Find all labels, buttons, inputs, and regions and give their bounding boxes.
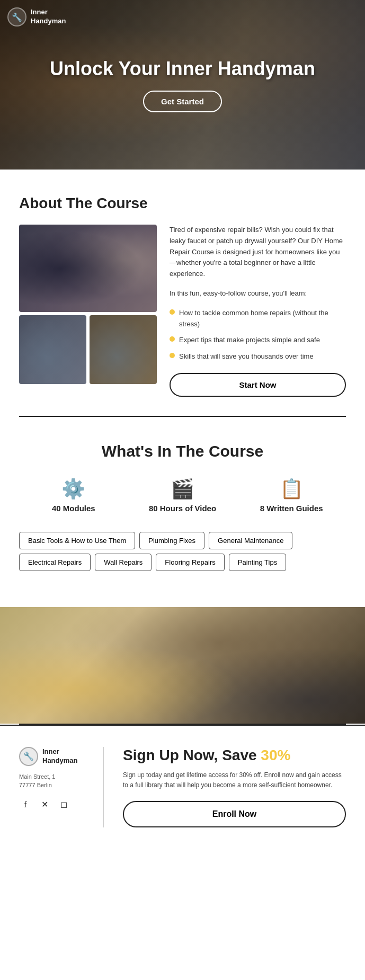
stat-item-modules: ⚙️ 40 Modules [19,479,128,513]
about-image-bottom-left [19,315,86,384]
stat-item-video: 🎬 80 Hours of Video [128,479,237,513]
about-images-bottom [19,315,157,384]
get-started-button[interactable]: Get Started [143,91,222,112]
bullet-item-3: Skills that will save you thousands over… [170,351,346,362]
nav-logo-icon: 🔧 [7,7,26,26]
course-section: What's In The Course ⚙️ 40 Modules 🎬 80 … [0,417,365,607]
about-paragraph-2: In this fun, easy-to-follow course, you'… [170,288,346,299]
about-section: About The Course Tired of expensive repa… [0,170,365,416]
tag-electrical[interactable]: Electrical Repairs [19,554,91,571]
bullet-dot-3 [170,353,175,358]
about-paragraph-1: Tired of expensive repair bills? Wish yo… [170,225,346,280]
bullet-item-2: Expert tips that make projects simple an… [170,335,346,346]
about-inner: Tired of expensive repair bills? Wish yo… [19,225,346,397]
video-icon: 🎬 [171,479,194,498]
hero-heading: Unlock Your Inner Handyman [50,58,315,80]
footer-section: 🔧 Inner Handyman Main Street, 1 77777 Be… [0,725,365,849]
about-bullets: How to tackle common home repairs (witho… [170,308,346,362]
about-image-bottom-right [90,315,157,384]
tag-plumbing[interactable]: Plumbing Fixes [139,532,204,549]
bullet-item-1: How to tackle common home repairs (witho… [170,308,346,330]
footer-brand: Inner Handyman [42,747,77,765]
bottom-image [0,607,365,724]
modules-icon: ⚙️ [61,479,85,498]
topics-grid: Basic Tools & How to Use Them Plumbing F… [19,532,346,571]
tag-painting[interactable]: Painting Tips [229,554,286,571]
tag-wall-repairs[interactable]: Wall Repairs [95,554,152,571]
footer-right: Sign Up Now, Save 30% Sign up today and … [123,747,346,827]
footer-left: 🔧 Inner Handyman Main Street, 1 77777 Be… [19,747,104,827]
stats-row: ⚙️ 40 Modules 🎬 80 Hours of Video 📋 8 Wr… [19,479,346,513]
guides-icon: 📋 [280,479,304,498]
facebook-icon[interactable]: f [19,798,32,811]
video-label: 80 Hours of Video [149,504,216,513]
hero-content: Unlock Your Inner Handyman Get Started [29,58,336,112]
bullet-dot-1 [170,309,175,315]
modules-label: 40 Modules [52,504,95,513]
footer-heading: Sign Up Now, Save 30% [123,747,346,764]
about-heading: About The Course [19,195,346,212]
about-text: Tired of expensive repair bills? Wish yo… [170,225,346,397]
instagram-icon[interactable]: ◻ [57,798,70,811]
footer-logo: 🔧 Inner Handyman [19,747,91,766]
nav-brand: Inner Handyman [31,8,66,26]
tag-basic-tools[interactable]: Basic Tools & How to Use Them [19,532,135,549]
tag-flooring[interactable]: Flooring Repairs [156,554,224,571]
about-images [19,225,157,397]
social-row: f ✕ ◻ [19,798,91,811]
hero-section: 🔧 Inner Handyman Unlock Your Inner Handy… [0,0,365,170]
twitter-x-icon[interactable]: ✕ [38,798,51,811]
start-now-button[interactable]: Start Now [170,373,346,397]
footer-address: Main Street, 1 77777 Berlin [19,772,91,790]
footer-logo-icon: 🔧 [19,747,38,766]
bullet-dot-2 [170,336,175,342]
navbar: 🔧 Inner Handyman [7,7,66,26]
tag-general-maintenance[interactable]: General Maintenance [209,532,292,549]
course-heading: What's In The Course [19,442,346,460]
stat-item-guides: 📋 8 Written Guides [237,479,346,513]
enroll-now-button[interactable]: Enroll Now [123,801,346,827]
footer-description: Sign up today and get lifetime access fo… [123,770,346,790]
about-image-top [19,225,157,312]
guides-label: 8 Written Guides [260,504,323,513]
